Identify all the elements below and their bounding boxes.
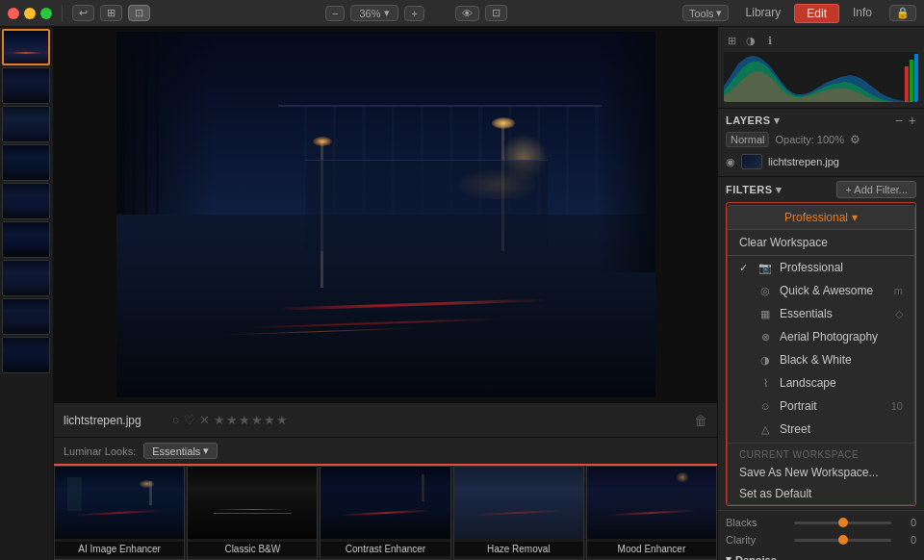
filmstrip-thumb-4[interactable]: [2, 144, 50, 181]
circle-icon[interactable]: ○: [172, 413, 180, 427]
essentials-label: Essentials: [780, 307, 833, 320]
quick-label: Quick & Awesome: [780, 284, 873, 297]
dropdown-item-portrait[interactable]: ☺ Portrait 10: [728, 395, 914, 418]
layer-gear-icon[interactable]: ⚙: [850, 133, 860, 146]
blend-mode-value: Normal: [731, 134, 764, 145]
aerial-label: Aerial Photography: [780, 330, 878, 344]
clarity-slider[interactable]: [794, 539, 891, 542]
view-toggle-button[interactable]: 👁: [455, 6, 479, 21]
filmstrip: [0, 27, 54, 560]
portrait-label: Portrait: [780, 399, 817, 413]
layer-item[interactable]: ◉ lichtstrepen.jpg: [726, 151, 916, 172]
close-button[interactable]: [8, 8, 19, 19]
filters-section: FILTERS ▾ + Add Filter... Professional ▾…: [718, 177, 924, 511]
tools-button[interactable]: Tools ▾: [682, 5, 729, 21]
dropdown-item-bw[interactable]: ◑ Black & White: [728, 348, 914, 371]
photo-area[interactable]: [54, 27, 717, 402]
sliders-area: Blacks 0 Clarity 0 ▾ Denoise Luminosity: [718, 511, 924, 560]
thumb-label-ai: AI Image Enhancer: [55, 542, 184, 556]
dropdown-item-aerial[interactable]: ⊗ Aerial Photography: [728, 325, 914, 348]
thumb-card-bw[interactable]: Classic B&W: [187, 466, 318, 560]
flag-icon[interactable]: ✕: [199, 413, 210, 427]
filmstrip-thumb-9[interactable]: [2, 337, 50, 373]
main-layout: lichtstrepen.jpg ○ ♡ ✕ ★★★★★★ 🗑 Luminar …: [0, 27, 924, 560]
luminar-preset-selector[interactable]: Essentials ▾: [143, 443, 218, 459]
dropdown-item-essentials[interactable]: ▦ Essentials ◇: [728, 302, 914, 325]
zoom-chevron-icon: ▾: [384, 7, 390, 19]
zoom-display[interactable]: 36% ▾: [350, 5, 398, 21]
compare-button[interactable]: ⊡: [128, 5, 150, 21]
dropdown-item-professional[interactable]: ✓ 📷 Professional: [728, 256, 914, 279]
tab-edit[interactable]: Edit: [794, 4, 839, 23]
dropdown-header[interactable]: Professional ▾: [728, 206, 914, 230]
filmstrip-thumb-7[interactable]: [2, 260, 50, 296]
lock-button[interactable]: 🔒: [889, 5, 916, 21]
clarity-label: Clarity: [726, 534, 788, 546]
filmstrip-thumb-6[interactable]: [2, 221, 50, 258]
thumb-card-contrast[interactable]: Contrast Enhancer: [320, 466, 450, 560]
blacks-slider-thumb[interactable]: [838, 518, 848, 527]
opacity-label: Opacity: 100%: [775, 134, 844, 145]
filters-title: FILTERS ▾: [726, 184, 782, 196]
maximize-button[interactable]: [40, 8, 52, 19]
thumb-img-haze: [454, 467, 583, 539]
trash-icon[interactable]: 🗑: [694, 413, 707, 428]
main-photo: [116, 32, 655, 397]
thumb-light-mood: [677, 472, 688, 482]
thumb-card-ai[interactable]: AI Image Enhancer: [54, 466, 185, 560]
dropdown-item-clear[interactable]: Clear Workspace: [728, 230, 914, 256]
layers-minus-button[interactable]: −: [895, 113, 903, 128]
aerial-icon: ⊗: [758, 330, 772, 344]
layers-icon[interactable]: ⊞: [724, 33, 739, 48]
info-bar: lichtstrepen.jpg ○ ♡ ✕ ★★★★★★ 🗑: [54, 402, 717, 437]
clear-workspace-label: Clear Workspace: [739, 236, 828, 249]
dropdown-item-landscape[interactable]: ⌇ Landscape: [728, 371, 914, 395]
thumb-img-mood: [587, 467, 716, 539]
blacks-label: Blacks: [726, 517, 788, 528]
clarity-value: 0: [897, 534, 916, 546]
tab-info[interactable]: Info: [841, 4, 884, 23]
blacks-value: 0: [897, 517, 916, 528]
dropdown-set-default[interactable]: Set as Default: [728, 483, 914, 504]
back-button[interactable]: ↩: [72, 5, 94, 21]
minimize-button[interactable]: [24, 8, 36, 19]
zoom-value: 36%: [359, 8, 380, 19]
filmstrip-thumb-1[interactable]: [2, 29, 50, 65]
blend-mode-selector[interactable]: Normal: [726, 132, 769, 147]
zoom-out-button[interactable]: −: [325, 6, 345, 21]
bw-label: Black & White: [780, 353, 852, 367]
info-icon[interactable]: ℹ: [762, 33, 778, 48]
professional-icon: 📷: [758, 261, 772, 274]
layers-title: LAYERS ▾: [726, 115, 780, 127]
options-button[interactable]: ⊡: [485, 5, 507, 21]
histogram-svg: [724, 52, 918, 102]
mask-icon[interactable]: ◑: [743, 33, 758, 48]
tab-library[interactable]: Library: [734, 4, 793, 23]
layout-button[interactable]: ⊞: [100, 5, 122, 21]
blacks-slider[interactable]: [794, 522, 891, 524]
zoom-in-button[interactable]: +: [404, 6, 424, 21]
dropdown-item-street[interactable]: △ Street: [728, 418, 914, 441]
denoise-title: ▾ Denoise: [726, 553, 916, 560]
dropdown-item-quick[interactable]: ◎ Quick & Awesome m: [728, 279, 914, 302]
heart-icon[interactable]: ♡: [184, 413, 195, 427]
filmstrip-thumb-8[interactable]: [2, 298, 50, 335]
filmstrip-thumb-2[interactable]: [2, 67, 50, 104]
filmstrip-thumb-3[interactable]: [2, 106, 50, 142]
thumbs-row: AI Image Enhancer Classic B&W Contrast E…: [54, 464, 717, 560]
tools-label: Tools: [689, 8, 714, 19]
landscape-label: Landscape: [780, 376, 836, 390]
layer-eye-icon[interactable]: ◉: [726, 156, 735, 168]
dropdown-header-label: Professional: [784, 211, 848, 224]
separator: [62, 5, 63, 22]
clarity-slider-row: Clarity 0: [726, 534, 916, 546]
clarity-slider-thumb[interactable]: [838, 535, 848, 545]
dropdown-save-workspace[interactable]: Save As New Workspace...: [728, 462, 914, 483]
thumb-card-haze[interactable]: Haze Removal: [453, 466, 584, 560]
add-filter-button[interactable]: + Add Filter...: [836, 181, 916, 198]
star-rating[interactable]: ★★★★★★: [214, 413, 289, 427]
layers-plus-button[interactable]: +: [909, 113, 916, 128]
portrait-shortcut: 10: [891, 400, 903, 412]
thumb-card-mood[interactable]: Mood Enhancer: [586, 466, 717, 560]
filmstrip-thumb-5[interactable]: [2, 183, 50, 219]
